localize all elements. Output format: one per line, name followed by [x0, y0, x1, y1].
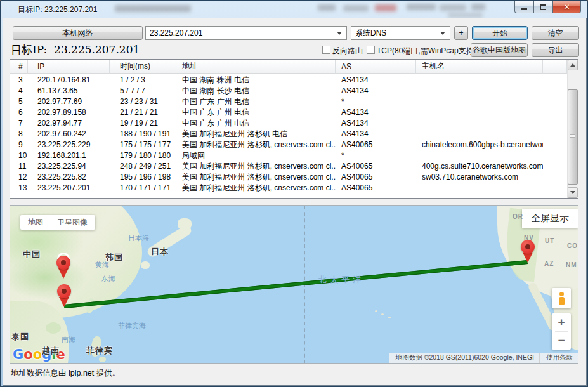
table-cell [416, 96, 543, 107]
table-row[interactable]: 8202.97.60.242188 / 190 / 191美国 加利福尼亚州 洛… [10, 129, 567, 140]
minimize-button[interactable] [514, 1, 533, 13]
table-cell: chinatelecom.600gbps-b.ceranetwor... [416, 140, 543, 150]
target-ip-combobox[interactable] [145, 26, 347, 40]
column-header[interactable]: 时间(ms) [110, 60, 173, 74]
table-cell: 179 / 180 / 180 [110, 150, 173, 161]
redacted-text [448, 13, 483, 18]
table-scrollbar[interactable] [567, 60, 578, 198]
map-label-philippines: 菲律宾 [86, 345, 113, 357]
table-cell: AS4134 [336, 129, 416, 140]
table-cell: 11 [10, 161, 28, 172]
export-button[interactable]: 导出 [532, 43, 579, 57]
table-row[interactable]: 5202.97.77.6923 / 23 / 31中国 广东 广州 电信* [10, 96, 567, 107]
google-logo-letter: G [13, 347, 23, 362]
map-label-japan: 日本 [151, 246, 169, 258]
map-type-control: 地图 卫星图像 [20, 215, 95, 230]
table-row[interactable]: 1223.225.225.82195 / 196 / 198美国 加利福尼亚州 … [10, 172, 567, 183]
local-network-button[interactable]: 本机网络 [13, 26, 143, 40]
titlebar[interactable]: 目标IP: 23.225.207.201 ✕ [1, 1, 587, 18]
scroll-up-button[interactable] [568, 60, 578, 70]
table-cell: 中国 广东 广州 电信 [173, 118, 336, 129]
table-cell: 192.168.201.1 [28, 150, 110, 161]
chevron-down-icon[interactable] [337, 32, 342, 35]
column-header[interactable]: AS [336, 60, 416, 74]
table-cell: 美国 加利福尼亚州 洛杉矶 电信 [173, 129, 336, 140]
chevron-down-icon[interactable] [440, 32, 445, 35]
reverse-route-checkbox[interactable] [322, 46, 330, 54]
table-cell: 188 / 190 / 191 [110, 129, 173, 140]
google-cn-map-button[interactable]: 谷歌中国版地图 [471, 43, 528, 57]
table-row[interactable]: 10192.168.201.1179 / 180 / 180局域网* [10, 150, 567, 161]
redacted-text [471, 4, 485, 10]
map-type-map-button[interactable]: 地图 [28, 217, 43, 228]
table-cell: 7 [10, 118, 28, 129]
map-label-ut: UT [545, 237, 554, 244]
landmass-hawaii [388, 317, 391, 318]
column-header[interactable]: 地址 [173, 60, 336, 74]
table-cell: 202.97.89.158 [28, 107, 110, 118]
table-row[interactable]: 461.137.3.655 / 7 / 7中国 湖南 长沙 电信AS4134 [10, 86, 567, 96]
table-row[interactable]: 923.225.225.229175 / 175 / 177美国 加利福尼亚州 … [10, 140, 567, 150]
column-header[interactable]: # [10, 60, 28, 74]
table-cell: 202.97.77.69 [28, 96, 110, 107]
landmass-hawaii [375, 310, 377, 312]
scrollbar-thumb[interactable] [568, 89, 578, 185]
table-cell: 61.137.3.65 [28, 86, 110, 96]
start-button[interactable]: 开始 [472, 26, 528, 40]
terms-link[interactable]: 使用条款 [539, 353, 578, 364]
scroll-down-button[interactable] [568, 187, 578, 198]
table-cell: 400g.cs.suite710.ceranetworks.com [416, 161, 543, 172]
table-row[interactable]: 1323.225.207.201170 / 171 / 171美国 加利福尼亚州… [10, 183, 567, 194]
table-cell: 中国 湖南 株洲 电信 [173, 75, 336, 86]
table-row[interactable]: 1123.225.225.94248 / 249 / 251美国 加利福尼亚州 … [10, 161, 567, 172]
landmass-japan [141, 261, 150, 269]
map-marker-china-2[interactable] [56, 284, 72, 308]
table-cell: AS4134 [336, 75, 416, 86]
zoom-in-button[interactable]: + [552, 313, 571, 331]
route-map[interactable]: 地图 卫星图像 全屏显示 + − Google 地图数据 ©2018 GS(20… [10, 205, 578, 364]
zoom-out-button[interactable]: − [552, 332, 571, 350]
landmass-philippines [99, 357, 106, 362]
target-ip-label: 目标IP: 23.225.207.201 [11, 43, 140, 57]
map-marker-california[interactable] [520, 240, 535, 263]
table-row[interactable]: 7202.97.94.7719 / 19 / 21中国 广东 广州 电信AS41… [10, 118, 567, 129]
maximize-button[interactable] [533, 1, 552, 13]
table-cell: 5 / 7 / 7 [110, 86, 173, 96]
table-cell [416, 183, 543, 194]
status-text: 地址数据信息由 ipip.net 提供。 [11, 368, 120, 379]
map-label-co: CO [567, 242, 578, 249]
table-row[interactable]: 6202.97.89.15821 / 21 / 21中国 广东 广州 电信AS4… [10, 107, 567, 118]
fullscreen-button[interactable]: 全屏显示 [522, 209, 578, 228]
table-cell [416, 107, 543, 118]
table-cell: AS40065 [336, 172, 416, 183]
table-cell [416, 129, 543, 140]
clear-button[interactable]: 清空 [532, 26, 579, 40]
pegman-icon [558, 292, 565, 305]
close-button[interactable]: ✕ [552, 1, 581, 13]
table-cell: 中国 广东 广州 电信 [173, 107, 336, 118]
column-header[interactable]: IP [28, 60, 110, 74]
table-cell [416, 150, 543, 161]
target-ip-input[interactable] [146, 29, 337, 37]
dns-select-value: 系统DNS [351, 28, 440, 39]
add-dns-button[interactable]: + [454, 26, 468, 40]
column-header[interactable]: 主机名 [416, 60, 543, 74]
table-header: #IP时间(ms)地址AS主机名 [10, 60, 567, 74]
map-type-satellite-button[interactable]: 卫星图像 [57, 217, 88, 228]
map-marker-china-1[interactable] [56, 256, 71, 279]
map-label-nm: NM [566, 261, 577, 268]
pegman-control[interactable] [552, 288, 571, 308]
dns-select[interactable]: 系统DNS [351, 26, 450, 40]
tcp-checkbox[interactable] [367, 46, 375, 54]
map-label-vietnam: 越南 [42, 345, 60, 357]
tcp-label[interactable]: TCP(80端口,需WinPcap支持) [377, 46, 476, 56]
table-cell: 21 / 21 / 21 [110, 107, 173, 118]
map-label-or: OR [513, 213, 523, 220]
table-cell: 23 / 23 / 31 [110, 96, 173, 107]
table-cell: AS40065 [336, 161, 416, 172]
zoom-control: + − [552, 313, 571, 350]
reverse-route-label[interactable]: 反向路由 [332, 46, 363, 56]
table-cell: 12 [10, 172, 28, 183]
table-cell: 19 / 19 / 21 [110, 118, 173, 129]
table-row[interactable]: 3220.170.164.811 / 2 / 3中国 湖南 株洲 电信AS413… [10, 75, 567, 86]
